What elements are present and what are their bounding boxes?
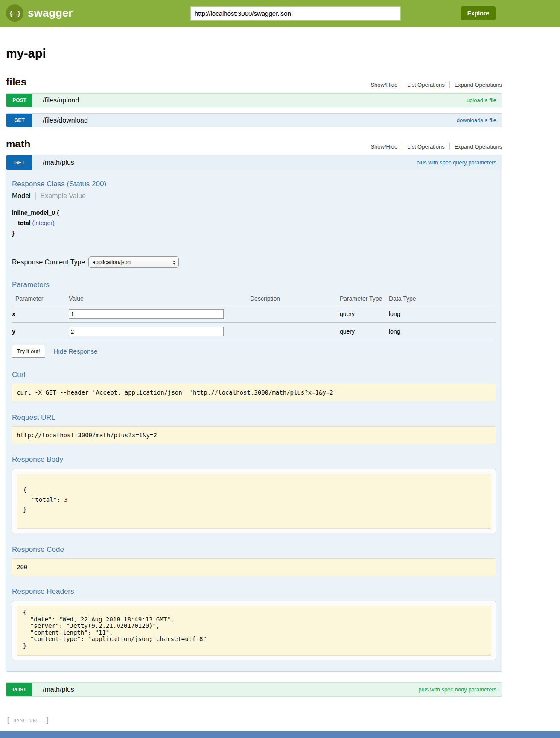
parameter-name: x: [12, 305, 69, 323]
method-badge-post[interactable]: POST: [6, 683, 32, 696]
expand-operations-link[interactable]: Expand Operations: [455, 82, 502, 88]
model-property-name: total: [18, 220, 31, 226]
parameter-description: [250, 305, 340, 323]
method-badge-get[interactable]: GET: [6, 155, 32, 170]
page-title: my-api: [6, 47, 502, 61]
response-content-type-label: Response Content Type: [12, 258, 85, 266]
bottom-blue-bar: [0, 731, 560, 738]
parameter-type: query: [340, 323, 389, 340]
parameter-data-type: long: [389, 323, 496, 340]
swagger-brand-text: swagger: [28, 6, 73, 20]
curl-command-block: curl -X GET --header 'Accept: applicatio…: [12, 384, 496, 401]
operation-path[interactable]: /files/upload: [43, 97, 79, 104]
operation-row-files-upload: POST /files/upload upload a file: [6, 93, 502, 107]
response-class-heading: Response Class (Status 200): [12, 180, 496, 188]
footer-open-bracket: [: [6, 716, 11, 725]
model-property: total (integer): [18, 218, 496, 228]
json-key: "total": [32, 496, 57, 503]
content-wrap: my-api files Show/Hide List Operations E…: [6, 47, 502, 725]
json-number-value: 3: [64, 496, 67, 503]
tab-model[interactable]: Model: [12, 192, 35, 200]
operation-summary[interactable]: upload a file: [467, 97, 496, 103]
response-body-container: { "total": 3 }: [12, 469, 496, 533]
col-header-parameter: Parameter: [12, 292, 69, 305]
operation-summary[interactable]: plus with spec query parameters: [417, 159, 496, 166]
control-separator: [402, 81, 402, 88]
base-url-footer: [ BASE URL: ]: [6, 716, 502, 725]
expand-operations-link[interactable]: Expand Operations: [455, 144, 502, 150]
request-url-heading: Request URL: [12, 413, 496, 422]
response-headers-heading: Response Headers: [12, 587, 496, 596]
json-open-brace: {: [23, 486, 26, 493]
model-signature: inline_model_0 { total (integer) }: [12, 208, 496, 238]
parameter-description: [250, 323, 340, 340]
json-colon: :: [57, 496, 64, 503]
parameter-row-x: x query long: [12, 305, 496, 323]
section-title-math[interactable]: math: [6, 138, 30, 150]
parameter-row-y: y query long: [12, 323, 496, 340]
model-property-type: (integer): [32, 220, 54, 226]
operation-path[interactable]: /files/download: [43, 117, 88, 124]
control-separator: [449, 143, 450, 150]
request-url-block: http://localhost:3000/math/plus?x=1&y=2: [12, 426, 496, 444]
response-body-block: { "total": 3 }: [17, 474, 491, 529]
parameters-heading: Parameters: [12, 281, 496, 289]
explore-button[interactable]: Explore: [461, 6, 496, 20]
show-hide-link[interactable]: Show/Hide: [370, 82, 397, 88]
model-close-line: }: [12, 228, 496, 238]
col-header-description: Description: [250, 292, 340, 305]
tab-example-value[interactable]: Example Value: [36, 192, 86, 200]
base-url-label: BASE URL:: [13, 718, 43, 723]
response-body-heading: Response Body: [12, 455, 496, 464]
response-code-heading: Response Code: [12, 545, 496, 554]
method-badge-get[interactable]: GET: [6, 114, 32, 127]
parameters-header-row: Parameter Value Description Parameter Ty…: [12, 292, 496, 305]
list-operations-link[interactable]: List Operations: [407, 144, 444, 150]
select-arrows-icon: ▴▾: [173, 260, 175, 265]
operation-row-files-download: GET /files/download downloads a file: [6, 113, 502, 127]
operation-path[interactable]: /math/plus: [43, 159, 74, 167]
try-it-out-button[interactable]: Try it out!: [12, 345, 45, 358]
show-hide-link[interactable]: Show/Hide: [370, 144, 397, 150]
hide-response-link[interactable]: Hide Response: [54, 348, 98, 355]
col-header-parameter-type: Parameter Type: [340, 292, 389, 305]
response-content-type-select[interactable]: application/json ▴▾: [88, 256, 179, 268]
model-open-line: inline_model_0 {: [12, 208, 496, 218]
swagger-logo[interactable]: {…} swagger: [6, 4, 73, 22]
control-separator: [402, 143, 402, 150]
section-header-files: files Show/Hide List Operations Expand O…: [6, 76, 502, 88]
response-code-block: 200: [12, 558, 496, 576]
control-separator: [449, 81, 450, 88]
parameter-name: y: [12, 323, 69, 340]
parameters-table: Parameter Value Description Parameter Ty…: [12, 292, 496, 340]
json-close-brace: }: [23, 506, 26, 513]
col-header-value: Value: [69, 292, 250, 305]
top-header: {…} swagger Explore: [0, 0, 560, 27]
response-headers-block: { "date": "Wed, 22 Aug 2018 18:49:13 GMT…: [17, 606, 491, 656]
col-header-data-type: Data Type: [389, 292, 496, 305]
section-title-files[interactable]: files: [6, 76, 26, 88]
parameter-type: query: [340, 305, 389, 323]
operation-content: Response Class (Status 200) Model Exampl…: [6, 170, 502, 671]
model-tabs: Model Example Value: [12, 192, 496, 200]
operation-path[interactable]: /math/plus: [43, 686, 74, 694]
parameter-data-type: long: [389, 305, 496, 323]
list-operations-link[interactable]: List Operations: [407, 82, 444, 88]
operation-row-math-plus-post: POST /math/plus plus with spec body para…: [6, 682, 502, 697]
method-badge-post[interactable]: POST: [6, 94, 32, 107]
operation-expanded-math-plus-get: GET /math/plus plus with spec query para…: [6, 155, 502, 672]
curl-heading: Curl: [12, 371, 496, 379]
parameter-value-input-y[interactable]: [69, 327, 224, 336]
footer-close-bracket: ]: [45, 716, 50, 725]
selected-content-type: application/json: [92, 259, 131, 265]
response-headers-container: { "date": "Wed, 22 Aug 2018 18:49:13 GMT…: [12, 601, 496, 660]
section-header-math: math Show/Hide List Operations Expand Op…: [6, 138, 502, 150]
response-content-type-row: Response Content Type application/json ▴…: [12, 256, 496, 268]
operation-summary[interactable]: downloads a file: [457, 117, 496, 123]
operation-heading: GET /math/plus plus with spec query para…: [6, 155, 502, 170]
parameter-value-input-x[interactable]: [69, 309, 224, 319]
swagger-braces-icon: {…}: [6, 4, 23, 22]
api-url-input[interactable]: [191, 7, 400, 20]
operation-summary[interactable]: plus with spec body parameters: [418, 686, 496, 693]
try-it-out-row: Try it out! Hide Response: [12, 345, 496, 358]
